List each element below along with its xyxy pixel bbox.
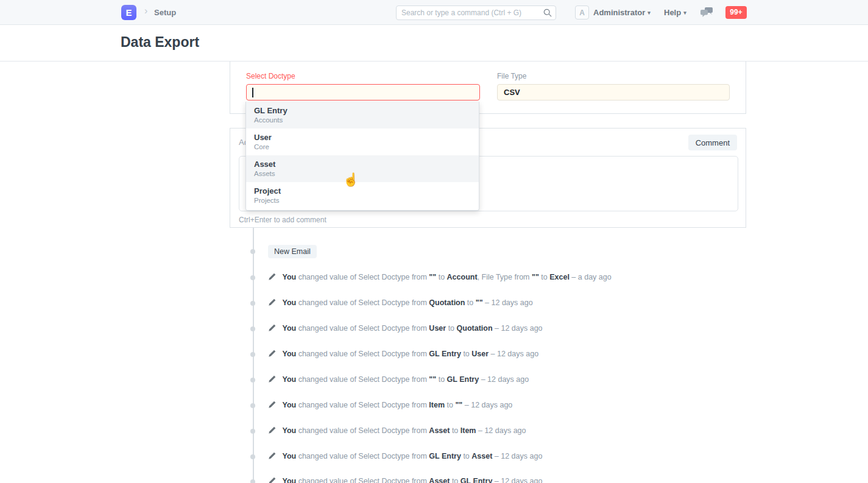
logo-letter: E: [125, 7, 132, 18]
timeline-dot: [250, 301, 255, 306]
dropdown-item-subtitle: Accounts: [254, 116, 471, 124]
dropdown-item-subtitle: Core: [254, 143, 471, 151]
timeline-dot: [250, 326, 255, 331]
timeline-entry: You changed value of Select Doctype from…: [268, 350, 538, 361]
timeline-dot: [250, 352, 255, 357]
user-menu[interactable]: Administrator▾: [593, 8, 651, 17]
doctype-label: Select Doctype: [246, 72, 295, 80]
dropdown-item-title: GL Entry: [254, 106, 471, 116]
timeline-entry: You changed value of Select Doctype from…: [268, 298, 533, 309]
navbar: E › Setup A Administrator▾ Help▾ 99+: [0, 0, 868, 25]
timeline-entry: You changed value of Select Doctype from…: [268, 273, 612, 284]
timeline-entry: You changed value of Select Doctype from…: [268, 401, 512, 412]
pencil-icon: [268, 298, 276, 306]
timeline-dot: [250, 429, 255, 434]
pencil-icon: [268, 401, 276, 409]
dropdown-item-subtitle: Assets: [254, 169, 471, 178]
help-menu[interactable]: Help▾: [664, 8, 686, 17]
pencil-icon: [268, 426, 276, 434]
help-label: Help: [664, 8, 681, 17]
timeline-dot: [250, 275, 255, 280]
avatar[interactable]: A: [575, 5, 589, 19]
app-logo[interactable]: E: [121, 5, 136, 20]
new-email-button[interactable]: New Email: [268, 245, 317, 258]
text-cursor: [252, 88, 253, 97]
global-search: [396, 5, 556, 20]
comment-help-text: Ctrl+Enter to add comment: [239, 216, 326, 224]
timeline-entry: You changed value of Select Doctype from…: [268, 426, 526, 437]
pencil-icon: [268, 452, 276, 460]
mouse-hand-cursor: ☝: [343, 172, 359, 187]
timeline-dot: [250, 378, 255, 383]
breadcrumb-chevron-icon: ›: [144, 5, 147, 16]
breadcrumb-setup[interactable]: Setup: [154, 8, 176, 17]
doctype-dropdown: GL Entry Accounts User Core Asset Assets…: [245, 102, 479, 211]
comment-button[interactable]: Comment: [688, 135, 737, 150]
dropdown-item-gl-entry[interactable]: GL Entry Accounts: [246, 102, 479, 129]
page-title: Data Export: [121, 34, 199, 51]
search-icon[interactable]: [543, 9, 552, 17]
chat-icon[interactable]: [700, 7, 713, 18]
pencil-icon: [268, 477, 276, 483]
timeline-dot: [250, 249, 255, 254]
page-head: Data Export: [0, 25, 868, 62]
user-name: Administrator: [593, 8, 645, 17]
timeline-entry: You changed value of Select Doctype from…: [268, 452, 542, 463]
file-type-label: File Type: [497, 72, 526, 80]
timeline-new-email: New Email: [268, 245, 317, 256]
timeline-dot: [250, 454, 255, 459]
timeline-entry: You changed value of Select Doctype from…: [268, 477, 542, 483]
chevron-down-icon: ▾: [683, 10, 686, 16]
search-input[interactable]: [401, 6, 542, 19]
pencil-icon: [268, 273, 276, 281]
pencil-icon: [268, 324, 276, 332]
notifications-badge[interactable]: 99+: [725, 6, 747, 19]
dropdown-item-subtitle: Projects: [254, 196, 471, 205]
dropdown-item-asset[interactable]: Asset Assets: [246, 155, 479, 182]
avatar-initial: A: [579, 9, 585, 17]
pencil-icon: [268, 375, 276, 383]
chevron-down-icon: ▾: [647, 10, 651, 16]
dropdown-item-project[interactable]: Project Projects: [246, 182, 479, 209]
file-type-select[interactable]: CSV: [497, 84, 730, 100]
dropdown-item-title: Asset: [254, 160, 471, 169]
dropdown-item-title: Project: [254, 186, 471, 196]
timeline-dot: [250, 479, 255, 483]
dropdown-item-title: User: [254, 133, 471, 143]
timeline-dot: [250, 403, 255, 408]
doctype-input[interactable]: [246, 84, 480, 100]
timeline-entry: You changed value of Select Doctype from…: [268, 324, 543, 335]
pencil-icon: [268, 350, 276, 358]
dropdown-item-user[interactable]: User Core: [246, 129, 479, 155]
timeline-entry: You changed value of Select Doctype from…: [268, 375, 529, 386]
